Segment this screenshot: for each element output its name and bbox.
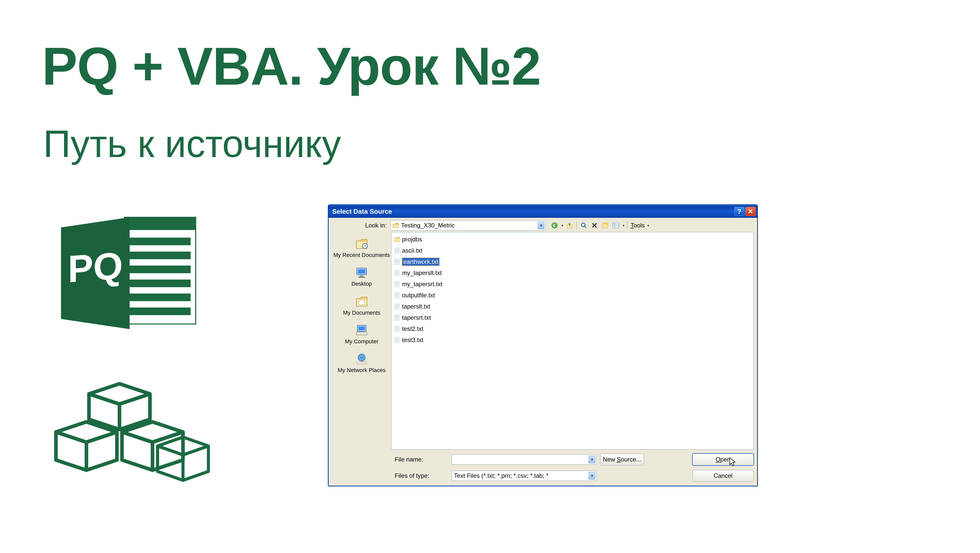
dialog-title: Select Data Source <box>332 208 734 216</box>
file-item[interactable]: projdbs <box>393 234 752 245</box>
desktop-icon <box>353 265 370 280</box>
file-name: tapersrt.txt <box>402 314 431 321</box>
text-file-icon <box>394 337 400 343</box>
cubes-icon <box>53 379 211 488</box>
file-name: taperslt.txt <box>402 303 430 310</box>
places-bar: My Recent DocumentsDesktopMy DocumentsMy… <box>332 232 391 450</box>
svg-rect-40 <box>359 300 364 305</box>
folder-icon <box>394 236 400 242</box>
pq-excel-icon: PQ <box>53 203 206 343</box>
file-item[interactable]: my_taperslt.txt <box>393 267 752 278</box>
text-file-icon <box>394 292 400 298</box>
folder-open-icon <box>392 222 399 228</box>
file-item[interactable]: taperslt.txt <box>393 301 752 312</box>
svg-marker-11 <box>89 384 150 404</box>
select-data-source-dialog: Select Data Source ? ✕ Look in: Testing_… <box>328 204 758 486</box>
place-mycomp[interactable]: My Computer <box>332 319 391 348</box>
help-button[interactable]: ? <box>734 207 745 216</box>
chevron-down-icon[interactable]: ▾ <box>589 472 595 480</box>
svg-rect-63 <box>395 293 399 298</box>
place-label: My Network Places <box>338 367 385 373</box>
svg-line-26 <box>585 226 586 228</box>
search-icon[interactable] <box>579 221 588 230</box>
place-desktop[interactable]: Desktop <box>332 262 391 291</box>
file-name: my_tapersrt.txt <box>402 281 442 288</box>
page-subtitle: Путь к источнику <box>43 122 341 166</box>
svg-point-25 <box>581 223 585 227</box>
svg-rect-42 <box>358 326 365 331</box>
svg-rect-37 <box>360 275 363 277</box>
svg-rect-29 <box>613 223 619 228</box>
file-item[interactable]: earthwork.txt <box>393 256 752 267</box>
file-name: outputfile.txt <box>402 292 435 299</box>
svg-rect-46 <box>395 238 399 242</box>
lookin-label: Look in: <box>332 222 388 229</box>
file-name: projdbs <box>402 236 422 243</box>
views-dropdown[interactable]: ▾ <box>623 223 624 227</box>
place-network[interactable]: My Network Places <box>332 348 391 377</box>
place-label: My Recent Documents <box>333 252 390 258</box>
filename-input[interactable]: ▾ <box>452 454 597 464</box>
text-file-icon <box>394 270 400 276</box>
svg-rect-47 <box>395 248 399 253</box>
svg-rect-36 <box>358 269 366 274</box>
back-history-dropdown[interactable]: ▾ <box>562 223 563 227</box>
open-button[interactable]: Open <box>692 454 754 465</box>
svg-text:PQ: PQ <box>68 244 123 291</box>
file-item[interactable]: ascii.txt <box>393 245 752 256</box>
filetypes-label: Files of type: <box>395 472 448 479</box>
network-icon <box>353 352 370 366</box>
close-button[interactable]: ✕ <box>745 207 756 216</box>
file-item[interactable]: test3.txt <box>393 334 752 346</box>
text-file-icon <box>394 248 400 254</box>
up-one-level-button[interactable] <box>565 221 574 230</box>
text-file-icon <box>394 281 400 287</box>
file-item[interactable]: tapersrt.txt <box>393 312 752 323</box>
back-button[interactable] <box>550 221 559 230</box>
views-icon[interactable] <box>611 221 620 230</box>
svg-rect-79 <box>395 337 399 343</box>
page-title: PQ + VBA. Урок №2 <box>42 36 541 97</box>
tools-dropdown-icon[interactable]: ▾ <box>648 223 649 227</box>
chevron-down-icon[interactable]: ▾ <box>538 222 544 229</box>
svg-marker-16 <box>86 432 117 470</box>
svg-rect-51 <box>395 259 399 264</box>
svg-rect-43 <box>356 332 367 335</box>
svg-rect-59 <box>395 281 399 287</box>
filename-label: File name: <box>395 456 448 463</box>
svg-rect-75 <box>395 326 399 331</box>
lookin-value: Testing_X30_Metric <box>401 222 455 229</box>
svg-point-28 <box>606 222 608 225</box>
place-recent[interactable]: My Recent Documents <box>332 233 391 262</box>
svg-rect-67 <box>395 304 399 309</box>
new-source-button[interactable]: New Source... <box>600 454 644 465</box>
mydocs-icon <box>353 294 370 308</box>
text-file-icon <box>394 315 400 321</box>
text-file-icon <box>394 259 400 265</box>
place-label: My Documents <box>343 310 380 316</box>
svg-marker-18 <box>122 432 153 470</box>
svg-rect-4 <box>130 265 191 273</box>
file-item[interactable]: outputfile.txt <box>393 290 752 301</box>
svg-rect-2 <box>130 238 191 245</box>
place-label: My Computer <box>345 338 379 345</box>
place-mydocs[interactable]: My Documents <box>332 291 391 319</box>
cancel-button[interactable]: Cancel <box>692 470 754 481</box>
delete-icon[interactable] <box>590 221 599 230</box>
file-list[interactable]: projdbsascii.txtearthwork.txtmy_taperslt… <box>391 232 754 450</box>
file-name: test3.txt <box>402 337 423 343</box>
dialog-titlebar[interactable]: Select Data Source ? ✕ <box>329 205 757 218</box>
lookin-combo[interactable]: Testing_X30_Metric ▾ <box>391 220 546 230</box>
svg-rect-5 <box>130 280 191 287</box>
svg-rect-1 <box>124 217 196 230</box>
chevron-down-icon[interactable]: ▾ <box>589 456 595 463</box>
new-folder-icon[interactable] <box>601 221 609 230</box>
filetypes-combo[interactable]: Text Files (*.txt; *.prn; *.csv; *.tab; … <box>452 471 597 481</box>
svg-point-23 <box>552 222 558 229</box>
tools-menu[interactable]: Tools <box>630 222 645 229</box>
file-item[interactable]: test2.txt <box>393 323 752 334</box>
file-item[interactable]: my_tapersrt.txt <box>393 278 752 290</box>
svg-rect-38 <box>358 277 365 278</box>
recent-icon <box>353 237 370 251</box>
svg-rect-55 <box>395 270 399 275</box>
